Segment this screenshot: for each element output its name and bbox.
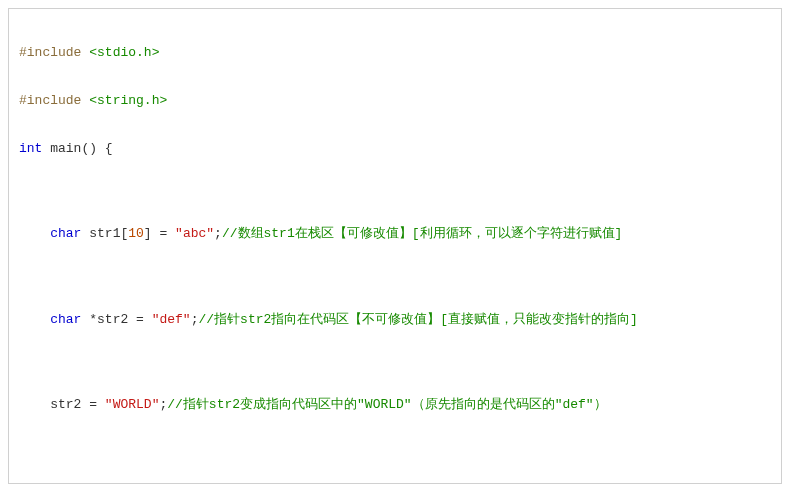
comment: //指针str2变成指向代码区中的"WORLD"（原先指向的是代码区的"def"… — [167, 397, 606, 412]
text: str2 = — [19, 397, 105, 412]
comment: //指针str2指向在代码区【不可修改值】[直接赋值，只能改变指针的指向] — [198, 312, 637, 327]
blank-line — [19, 270, 771, 283]
text: *str2 = — [81, 312, 151, 327]
string-literal: "def" — [152, 312, 191, 327]
blank-line — [19, 478, 771, 484]
code-line: char str1[10] = "abc";//数组str1在栈区【可修改值】[… — [19, 222, 771, 246]
comment: //数组str1在栈区【可修改值】[利用循环，可以逐个字符进行赋值] — [222, 226, 622, 241]
keyword: int — [19, 141, 42, 156]
string-literal: "abc" — [175, 226, 214, 241]
blank-line — [19, 356, 771, 369]
string-literal: "WORLD" — [105, 397, 160, 412]
text: ] = — [144, 226, 175, 241]
preprocessor: #include — [19, 45, 81, 60]
code-line: #include <string.h> — [19, 89, 771, 113]
code-line: char *str2 = "def";//指针str2指向在代码区【不可修改值】… — [19, 308, 771, 332]
blank-line — [19, 185, 771, 198]
text: str1[ — [81, 226, 128, 241]
code-snippet: #include <stdio.h> #include <string.h> i… — [8, 8, 782, 484]
code-line: #include <stdio.h> — [19, 41, 771, 65]
code-line: str2 = "WORLD";//指针str2变成指向代码区中的"WORLD"（… — [19, 393, 771, 417]
number: 10 — [128, 226, 144, 241]
keyword: char — [50, 226, 81, 241]
include-path: <stdio.h> — [89, 45, 159, 60]
text: main() { — [42, 141, 112, 156]
keyword: char — [50, 312, 81, 327]
code-line: int main() { — [19, 137, 771, 161]
text: ; — [214, 226, 222, 241]
preprocessor: #include — [19, 93, 81, 108]
include-path: <string.h> — [89, 93, 167, 108]
blank-line — [19, 441, 771, 454]
